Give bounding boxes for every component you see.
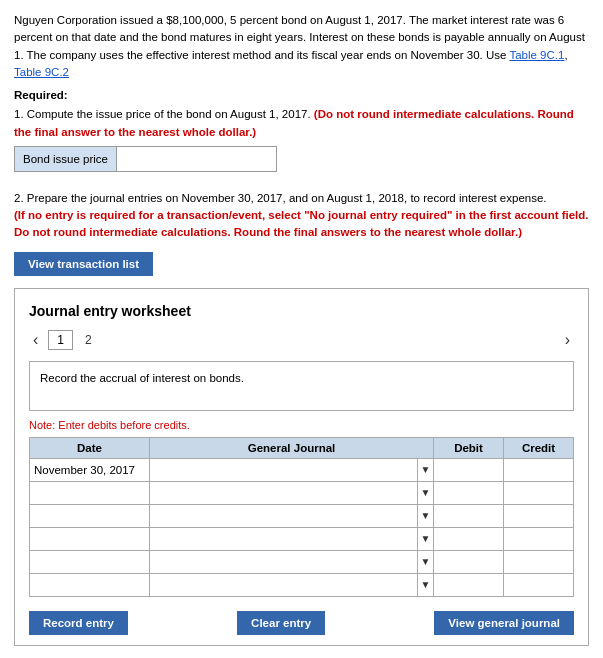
- journal-title: Journal entry worksheet: [29, 303, 574, 319]
- clear-entry-button[interactable]: Clear entry: [237, 611, 325, 635]
- bond-issue-label: Bond issue price: [14, 146, 117, 172]
- journal-input-2[interactable]: [150, 482, 417, 504]
- dropdown-arrow-1[interactable]: ▼: [417, 459, 433, 481]
- journal-cell-2: ▼: [150, 481, 434, 504]
- journal-cell-5: ▼: [150, 550, 434, 573]
- note-text: Note: Enter debits before credits.: [29, 419, 574, 431]
- credit-input-1[interactable]: [504, 459, 573, 481]
- view-transaction-button[interactable]: View transaction list: [14, 252, 153, 276]
- debit-input-2[interactable]: [434, 482, 503, 504]
- credit-input-3[interactable]: [504, 505, 573, 527]
- journal-cell-3: ▼: [150, 504, 434, 527]
- credit-cell-3: [504, 504, 574, 527]
- table-row: ▼: [30, 550, 574, 573]
- debit-input-5[interactable]: [434, 551, 503, 573]
- intro-text: Nguyen Corporation issued a $8,100,000, …: [14, 12, 589, 81]
- section2-text: 2. Prepare the journal entries on Novemb…: [14, 190, 589, 242]
- header-credit: Credit: [504, 437, 574, 458]
- date-cell-5: [30, 550, 150, 573]
- date-cell-3: [30, 504, 150, 527]
- credit-input-5[interactable]: [504, 551, 573, 573]
- journal-dropdown-1: ▼: [150, 459, 433, 481]
- next-page-button[interactable]: ›: [561, 329, 574, 351]
- journal-input-1[interactable]: [150, 459, 417, 481]
- credit-input-2[interactable]: [504, 482, 573, 504]
- header-debit: Debit: [434, 437, 504, 458]
- journal-input-4[interactable]: [150, 528, 417, 550]
- header-general-journal: General Journal: [150, 437, 434, 458]
- table-9c1-link[interactable]: Table 9C.1: [509, 49, 564, 61]
- debit-cell-5: [434, 550, 504, 573]
- debit-cell-2: [434, 481, 504, 504]
- dropdown-arrow-3[interactable]: ▼: [417, 505, 433, 527]
- debit-input-1[interactable]: [434, 459, 503, 481]
- required-label: Required:: [14, 89, 589, 101]
- table-row: ▼: [30, 504, 574, 527]
- journal-dropdown-6: ▼: [150, 574, 433, 596]
- page-2-number[interactable]: 2: [79, 331, 98, 349]
- credit-cell-5: [504, 550, 574, 573]
- debit-input-6[interactable]: [434, 574, 503, 596]
- debit-cell-3: [434, 504, 504, 527]
- header-date: Date: [30, 437, 150, 458]
- required-item-1: 1. Compute the issue price of the bond o…: [14, 105, 589, 142]
- debit-input-3[interactable]: [434, 505, 503, 527]
- journal-input-3[interactable]: [150, 505, 417, 527]
- date-cell-1: November 30, 2017: [30, 458, 150, 481]
- dropdown-arrow-5[interactable]: ▼: [417, 551, 433, 573]
- credit-cell-4: [504, 527, 574, 550]
- journal-cell-6: ▼: [150, 573, 434, 596]
- debit-cell-4: [434, 527, 504, 550]
- debit-cell-1: [434, 458, 504, 481]
- journal-dropdown-4: ▼: [150, 528, 433, 550]
- prev-page-button[interactable]: ‹: [29, 329, 42, 351]
- date-cell-2: [30, 481, 150, 504]
- date-cell-4: [30, 527, 150, 550]
- bond-issue-row: Bond issue price: [14, 146, 589, 172]
- credit-cell-1: [504, 458, 574, 481]
- table-row: ▼: [30, 527, 574, 550]
- required-section: Required: 1. Compute the issue price of …: [14, 89, 589, 172]
- journal-cell-1: ▼: [150, 458, 434, 481]
- journal-dropdown-2: ▼: [150, 482, 433, 504]
- page-1-number[interactable]: 1: [48, 330, 73, 350]
- journal-table: Date General Journal Debit Credit Novemb…: [29, 437, 574, 597]
- journal-dropdown-3: ▼: [150, 505, 433, 527]
- dropdown-arrow-4[interactable]: ▼: [417, 528, 433, 550]
- date-cell-6: [30, 573, 150, 596]
- table-header-row: Date General Journal Debit Credit: [30, 437, 574, 458]
- dropdown-arrow-2[interactable]: ▼: [417, 482, 433, 504]
- journal-dropdown-5: ▼: [150, 551, 433, 573]
- journal-cell-4: ▼: [150, 527, 434, 550]
- journal-worksheet: Journal entry worksheet ‹ 1 2 › Record t…: [14, 288, 589, 646]
- credit-input-6[interactable]: [504, 574, 573, 596]
- table-row: ▼: [30, 573, 574, 596]
- bottom-buttons: Record entry Clear entry View general jo…: [29, 611, 574, 635]
- accrual-box: Record the accrual of interest on bonds.: [29, 361, 574, 411]
- pagination-left: ‹ 1 2: [29, 329, 98, 351]
- dropdown-arrow-6[interactable]: ▼: [417, 574, 433, 596]
- intro-paragraph: Nguyen Corporation issued a $8,100,000, …: [14, 12, 589, 81]
- table-row: November 30, 2017 ▼: [30, 458, 574, 481]
- view-general-journal-button[interactable]: View general journal: [434, 611, 574, 635]
- journal-input-6[interactable]: [150, 574, 417, 596]
- credit-input-4[interactable]: [504, 528, 573, 550]
- debit-cell-6: [434, 573, 504, 596]
- debit-input-4[interactable]: [434, 528, 503, 550]
- table-row: ▼: [30, 481, 574, 504]
- accrual-text: Record the accrual of interest on bonds.: [40, 372, 244, 384]
- bond-issue-input[interactable]: [117, 146, 277, 172]
- journal-input-5[interactable]: [150, 551, 417, 573]
- credit-cell-2: [504, 481, 574, 504]
- pagination-row: ‹ 1 2 ›: [29, 329, 574, 351]
- table-9c2-link[interactable]: Table 9C.2: [14, 66, 69, 78]
- credit-cell-6: [504, 573, 574, 596]
- record-entry-button[interactable]: Record entry: [29, 611, 128, 635]
